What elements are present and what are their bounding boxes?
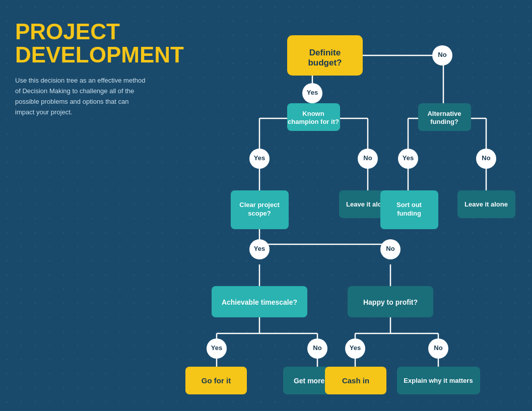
yes-label-4: Yes [254, 245, 265, 252]
page-title: PROJECTDEVELOPMENT [15, 20, 146, 66]
known-champion-label2: champion for it? [288, 118, 339, 125]
go-for-it-label: Go for it [202, 376, 231, 385]
yes-label-5: Yes [211, 344, 222, 352]
yes-label-2: Yes [254, 154, 265, 162]
alt-funding-label1: Alternative [427, 110, 461, 117]
page-subtitle: Use this decision tree as an effective m… [15, 76, 146, 117]
left-panel: PROJECTDEVELOPMENT Use this decision tre… [15, 20, 146, 118]
known-champion-label1: Known [302, 110, 324, 117]
explain-why-label: Explain why it matters [404, 377, 473, 384]
no-label-6: No [434, 344, 442, 352]
no-label-1: No [438, 51, 446, 58]
no-label-4: No [386, 245, 394, 252]
no-label-2: No [363, 154, 372, 162]
definite-budget-label: Definite [309, 48, 341, 57]
sort-funding-label1: Sort out [396, 201, 422, 209]
leave-alone-2-label: Leave it alone [464, 200, 508, 208]
clear-scope-label2: scope? [248, 210, 271, 217]
alt-funding-label2: funding? [430, 118, 458, 125]
no-label-3: No [482, 154, 490, 162]
sort-funding-label2: funding [397, 210, 421, 217]
yes-label-6: Yes [350, 344, 361, 352]
page-container: PROJECTDEVELOPMENT Use this decision tre… [0, 0, 532, 411]
yes-label-1: Yes [307, 89, 318, 96]
flowchart-svg: Definite budget? Yes No Known champion f… [151, 10, 519, 408]
clear-scope-label1: Clear project [239, 201, 280, 209]
happy-profit-label: Happy to profit? [363, 298, 418, 306]
diagram-area: Definite budget? Yes No Known champion f… [151, 10, 519, 408]
achievable-timescale-label: Achievable timescale? [222, 298, 297, 306]
yes-label-3: Yes [403, 154, 414, 162]
definite-budget-label2: budget? [308, 58, 342, 67]
no-label-5: No [313, 344, 321, 352]
cash-in-label: Cash in [342, 376, 369, 385]
